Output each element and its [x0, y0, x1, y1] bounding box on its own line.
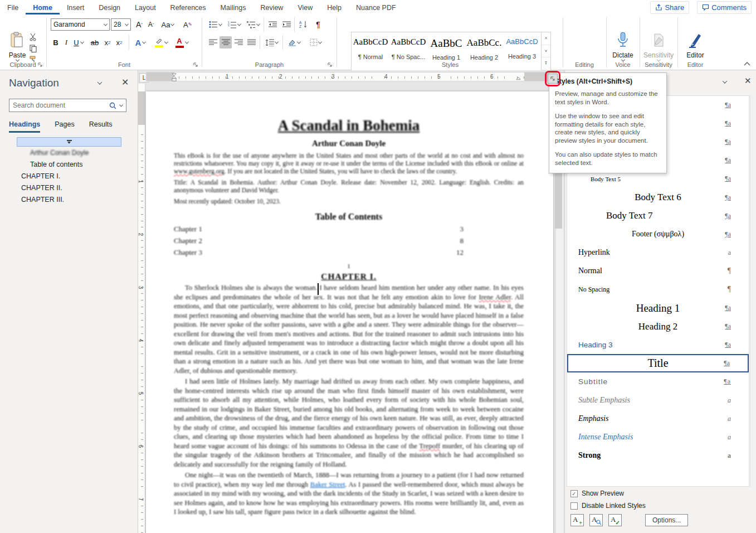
dictate-button[interactable]: Dictate	[607, 32, 638, 62]
tab-design[interactable]: Design	[91, 1, 128, 14]
highlight-color-button[interactable]	[152, 36, 170, 49]
style-row-intense-emphasis[interactable]: Intense Emphasisa	[567, 428, 749, 447]
grow-font-button[interactable]: Aˆ	[133, 18, 145, 31]
style-inspector-button[interactable]: A	[589, 514, 603, 526]
multilevel-list-button[interactable]	[245, 18, 261, 31]
nav-heading-author[interactable]: Arthur Conan Doyle	[0, 147, 138, 158]
align-center-button[interactable]	[220, 36, 232, 49]
shading-button[interactable]	[285, 36, 303, 49]
style-row-heading-1[interactable]: Heading 1¶a	[567, 299, 749, 317]
tab-insert[interactable]: Insert	[60, 1, 91, 14]
underline-button[interactable]: U	[71, 36, 86, 49]
tab-file[interactable]: File	[0, 1, 26, 14]
increase-indent-button[interactable]	[280, 18, 293, 31]
disable-linked-styles-checkbox[interactable]: Disable Linked Styles	[570, 502, 646, 510]
styles-dialog-launcher[interactable]	[548, 74, 558, 84]
nav-tab-results[interactable]: Results	[89, 120, 113, 133]
borders-button[interactable]	[306, 36, 325, 49]
sensitivity-button[interactable]: Sensitivity	[642, 32, 675, 62]
nav-heading-chapter2[interactable]: CHAPTER II.	[0, 182, 138, 193]
shrink-font-button[interactable]: Aˇ	[145, 18, 157, 31]
tab-review[interactable]: Review	[253, 1, 290, 14]
style-row-strong[interactable]: Stronga	[567, 447, 749, 465]
style-row-footer[interactable]: Footer (σψμβολ)¶a	[567, 225, 749, 244]
styles-list-scrollbar[interactable]	[750, 95, 756, 487]
style-row-normal[interactable]: Normal¶	[567, 262, 749, 280]
copy-button[interactable]	[29, 44, 37, 52]
document-page[interactable]: A Scandal in Bohemia Arthur Conan Doyle …	[146, 91, 553, 533]
style-row-emphasis[interactable]: Emphasisa	[567, 410, 749, 428]
comments-button[interactable]: Comments	[697, 1, 752, 14]
superscript-button[interactable]: x2	[114, 36, 125, 49]
change-case-button[interactable]: Aa	[160, 18, 175, 31]
tab-nuance-pdf[interactable]: Nuance PDF	[349, 1, 403, 14]
cut-button[interactable]	[29, 33, 37, 41]
nav-heading-chapter1[interactable]: CHAPTER I.	[0, 170, 138, 182]
font-name-combobox[interactable]: Garamond	[51, 18, 110, 31]
indent-marker-left[interactable]	[172, 72, 177, 82]
show-preview-checkbox[interactable]: ✓ Show Preview	[570, 490, 646, 497]
clear-formatting-button[interactable]: A✎	[181, 18, 194, 31]
bullets-button[interactable]	[207, 18, 223, 31]
tab-layout[interactable]: Layout	[128, 1, 163, 14]
nav-heading-selected[interactable]	[17, 137, 121, 147]
style-row-heading-3[interactable]: Heading 3¶a	[567, 336, 749, 354]
share-button[interactable]: Share	[650, 1, 689, 14]
search-icon[interactable]	[109, 102, 116, 109]
navigation-pane-close-icon[interactable]: ✕	[121, 77, 129, 88]
show-paragraph-marks-button[interactable]: ¶	[313, 18, 324, 31]
nav-tab-headings[interactable]: Headings	[9, 120, 40, 133]
style-row-body-text-7[interactable]: Body Text 7¶a	[567, 207, 749, 225]
font-color-button[interactable]: A	[173, 36, 190, 49]
collapse-ribbon-icon[interactable]	[744, 61, 752, 67]
justify-button[interactable]	[245, 36, 257, 49]
navigation-pane-menu-icon[interactable]	[97, 80, 102, 84]
gallery-scroll-up-icon[interactable]: ˄	[542, 32, 550, 45]
line-spacing-button[interactable]	[262, 36, 280, 49]
tab-mailings[interactable]: Mailings	[213, 1, 253, 14]
style-row-no-spacing[interactable]: No Spacing¶	[567, 280, 749, 299]
tab-help[interactable]: Help	[320, 1, 349, 14]
align-right-button[interactable]	[232, 36, 245, 49]
tab-home[interactable]: Home	[26, 1, 60, 14]
styles-pane-menu-icon[interactable]	[723, 79, 727, 83]
style-row-title[interactable]: Title¶a	[567, 354, 749, 372]
new-style-button[interactable]: A+	[570, 514, 584, 526]
style-row-body-text-6[interactable]: Body Text 6¶a	[567, 188, 749, 206]
svg-text:Z: Z	[299, 25, 301, 28]
collapse-heading-icon[interactable]	[67, 140, 72, 144]
editor-button[interactable]: Editor	[679, 32, 712, 59]
subscript-button[interactable]: x2	[102, 36, 113, 49]
tab-view[interactable]: View	[290, 1, 320, 14]
search-options-icon[interactable]	[119, 103, 123, 106]
sort-button[interactable]: AZ	[296, 18, 311, 31]
styles-pane-close-icon[interactable]: ✕	[744, 76, 752, 86]
italic-button[interactable]: I	[62, 36, 71, 49]
vertical-ruler[interactable]: 1 2 3 4 5 6 7	[138, 84, 145, 533]
indent-marker-right[interactable]	[516, 76, 521, 81]
nav-tab-pages[interactable]: Pages	[55, 120, 74, 133]
style-row-subtitle[interactable]: Subtitle¶a	[567, 372, 749, 391]
styles-options-button[interactable]: Options...	[645, 514, 688, 526]
numbering-button[interactable]: 12	[226, 18, 242, 31]
clipboard-dialog-launcher[interactable]	[36, 61, 44, 69]
hyperlink-text[interactable]: Baker Street	[310, 481, 345, 488]
style-row-heading-2[interactable]: Heading 2¶a	[567, 317, 749, 336]
align-left-button[interactable]	[207, 36, 219, 49]
style-row-subtle-emphasis[interactable]: Subtle Emphasisa	[567, 391, 749, 410]
text-effects-button[interactable]: A	[132, 36, 149, 49]
search-input[interactable]: Search document	[9, 99, 126, 112]
manage-styles-button[interactable]: A✓	[608, 514, 622, 526]
font-dialog-launcher[interactable]	[192, 61, 199, 69]
strikethrough-button[interactable]: ab	[89, 36, 101, 49]
bold-button[interactable]: B	[51, 36, 61, 49]
gallery-scroll-down-icon[interactable]: ˅	[542, 45, 550, 58]
decrease-indent-button[interactable]	[266, 18, 279, 31]
nav-heading-chapter3[interactable]: CHAPTER III.	[0, 193, 138, 205]
style-row-hyperlink[interactable]: Hyperlinka	[567, 244, 749, 262]
nav-heading-toc[interactable]: Table of contents	[0, 158, 138, 170]
horizontal-ruler[interactable]: 1 2 3 4 5 6	[146, 72, 553, 81]
tab-references[interactable]: References	[163, 1, 213, 14]
font-size-combobox[interactable]: 28	[111, 18, 131, 31]
paragraph-dialog-launcher[interactable]	[326, 61, 334, 69]
